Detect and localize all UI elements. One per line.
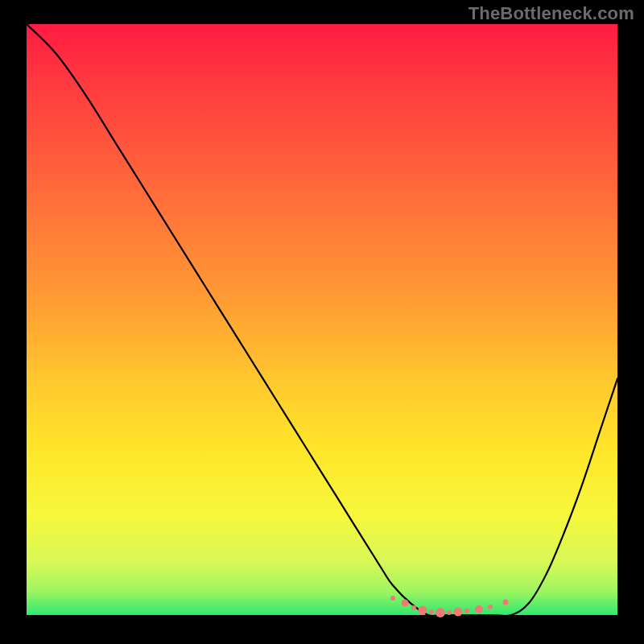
gradient-background [27, 24, 617, 615]
valley-marker [436, 608, 445, 617]
valley-marker [464, 609, 469, 613]
valley-marker [447, 610, 452, 615]
plot-area [27, 24, 617, 615]
valley-marker [475, 605, 483, 613]
valley-marker [453, 608, 462, 617]
valley-marker [502, 599, 508, 605]
valley-marker [390, 596, 395, 601]
watermark-text: TheBottleneck.com [469, 3, 634, 24]
valley-marker [488, 605, 493, 609]
valley-marker [411, 605, 416, 610]
chart-frame: TheBottleneck.com [0, 0, 644, 644]
valley-marker [418, 606, 427, 615]
valley-marker [401, 600, 408, 607]
chart-svg [27, 24, 617, 615]
valley-marker [429, 609, 434, 614]
